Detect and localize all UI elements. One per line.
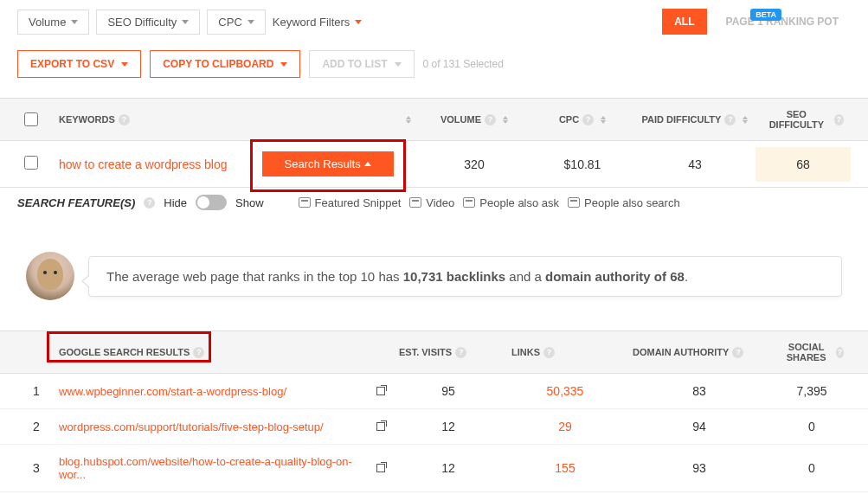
copy-clipboard-button[interactable]: COPY TO CLIPBOARD [150, 50, 300, 78]
domain-auth-header: DOMAIN AUTHORITY [633, 347, 729, 357]
chevron-up-icon [364, 162, 371, 166]
search-icon [568, 197, 580, 208]
results-btn-label: Search Results [285, 157, 361, 170]
links-value[interactable]: 155 [505, 451, 626, 485]
help-icon[interactable]: ? [193, 347, 204, 358]
links-value[interactable]: 50,335 [505, 374, 626, 408]
external-link-icon[interactable] [376, 464, 385, 472]
social-shares-value: 0 [773, 451, 851, 485]
row-checkbox[interactable] [24, 156, 38, 170]
est-visits-header: EST. VISITS [399, 347, 452, 357]
chevron-down-icon [182, 20, 189, 24]
keyword-filters[interactable]: Keyword Filters [273, 16, 363, 29]
people-search-feature: People also search [568, 196, 680, 209]
table-row: 1 www.wpbeginner.com/start-a-wordpress-b… [0, 374, 868, 409]
chevron-down-icon [280, 62, 287, 67]
result-url[interactable]: www.wpbeginner.com/start-a-wordpress-blo… [59, 385, 286, 398]
keywords-header: KEYWORDS [59, 114, 115, 125]
cpc-header: CPC [559, 114, 579, 125]
search-results-button[interactable]: Search Results [262, 151, 394, 176]
show-label: Show [235, 196, 264, 209]
help-icon[interactable]: ? [119, 114, 130, 125]
help-icon[interactable]: ? [834, 114, 844, 125]
social-shares-value: 0 [773, 409, 851, 444]
est-visits-value: 12 [392, 409, 505, 444]
chevron-down-icon [121, 62, 128, 67]
help-icon[interactable]: ? [582, 114, 594, 125]
tab-page1[interactable]: PAGE 1 RANKING POT [714, 9, 851, 35]
chevron-down-icon [248, 20, 254, 24]
cpc-value: $10.81 [530, 147, 634, 182]
ask-icon [463, 197, 475, 208]
rank-value: 2 [26, 409, 52, 444]
google-results-header: GOOGLE SEARCH RESULTS [59, 347, 190, 357]
table-row: 2 wordpress.com/support/tutorials/five-s… [0, 409, 868, 445]
cpc-filter[interactable]: CPC [207, 10, 265, 35]
rank-value: 3 [26, 451, 52, 485]
cpc-label: CPC [218, 16, 241, 29]
sort-cpc[interactable] [601, 116, 606, 124]
help-icon[interactable]: ? [144, 197, 155, 209]
chevron-down-icon [395, 62, 402, 67]
external-link-icon[interactable] [376, 387, 385, 395]
keyword-link[interactable]: how to create a wordpress blog [59, 157, 228, 171]
featured-snippet-feature: Featured Snippet [299, 196, 402, 209]
help-icon[interactable]: ? [543, 347, 555, 358]
add-list-button: ADD TO LIST [309, 50, 414, 78]
help-icon[interactable]: ? [724, 114, 736, 125]
sort-volume[interactable] [503, 116, 508, 124]
add-list-label: ADD TO LIST [322, 58, 387, 70]
feature-toggle[interactable] [196, 195, 227, 210]
help-icon[interactable]: ? [836, 347, 844, 358]
video-feature: Video [409, 196, 454, 209]
domain-auth-value: 83 [626, 374, 773, 408]
result-url[interactable]: blog.hubspot.com/website/how-to-create-a… [59, 455, 370, 481]
selected-count: 0 of 131 Selected [423, 58, 504, 70]
select-all-checkbox[interactable] [24, 112, 38, 126]
social-shares-value: 7,395 [773, 374, 851, 408]
volume-value: 320 [418, 147, 530, 182]
insight-bubble: The average web page that ranks in the t… [88, 256, 842, 297]
seo-difficulty-filter[interactable]: SEO Difficulty [96, 10, 200, 35]
help-icon[interactable]: ? [485, 114, 496, 125]
seo-difficulty-label: SEO Difficulty [107, 16, 177, 29]
people-ask-feature: People also ask [463, 196, 559, 209]
volume-header: VOLUME [440, 114, 481, 125]
chevron-down-icon [355, 20, 362, 24]
search-features-title: SEARCH FEATURE(S) [17, 196, 135, 209]
keyword-filters-label: Keyword Filters [273, 16, 350, 29]
help-icon[interactable]: ? [455, 347, 466, 358]
video-icon [409, 197, 421, 208]
hide-label: Hide [164, 196, 187, 209]
sort-pd[interactable] [743, 116, 748, 124]
export-csv-button[interactable]: EXPORT TO CSV [17, 50, 141, 78]
social-shares-header: SOCIAL SHARES [780, 342, 833, 362]
seo-diff-value: 68 [755, 147, 851, 182]
rank-value: 1 [26, 374, 52, 408]
sort-keywords[interactable] [406, 116, 411, 124]
volume-filter-label: Volume [29, 16, 66, 29]
avatar [26, 252, 74, 300]
external-link-icon[interactable] [376, 422, 385, 431]
volume-filter[interactable]: Volume [17, 10, 89, 35]
result-url[interactable]: wordpress.com/support/tutorials/five-ste… [59, 420, 324, 433]
table-row: 3 blog.hubspot.com/website/how-to-create… [0, 445, 868, 492]
est-visits-value: 95 [392, 374, 505, 408]
paid-diff-header: PAID DIFFICULTY [642, 114, 722, 125]
copy-label: COPY TO CLIPBOARD [163, 58, 273, 70]
seo-diff-header: SEO DIFFICULTY [762, 109, 831, 130]
paid-diff-value: 43 [634, 147, 755, 182]
domain-auth-value: 94 [626, 409, 773, 444]
export-label: EXPORT TO CSV [30, 58, 114, 70]
domain-auth-value: 93 [626, 451, 773, 485]
help-icon[interactable]: ? [732, 347, 743, 358]
beta-badge: BETA [750, 9, 781, 21]
est-visits-value: 12 [392, 451, 505, 485]
links-header: LINKS [511, 347, 540, 357]
links-value[interactable]: 29 [505, 409, 626, 444]
chevron-down-icon [71, 20, 78, 24]
tab-all[interactable]: ALL [662, 9, 706, 35]
keyword-row: how to create a wordpress blog Search Re… [0, 141, 868, 188]
snippet-icon [299, 197, 311, 208]
